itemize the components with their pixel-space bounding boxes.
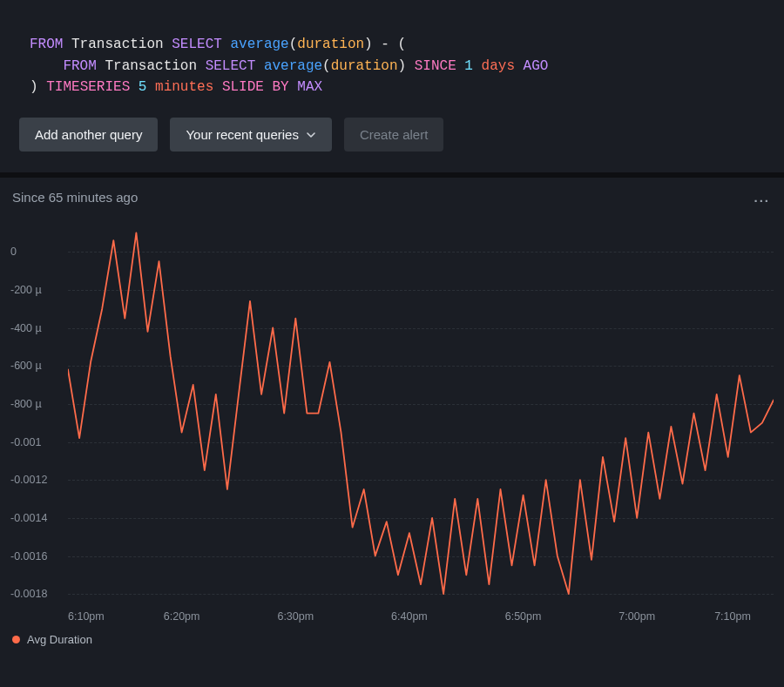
kw-from: FROM — [30, 37, 63, 52]
query-action-row: Add another query Your recent queries Cr… — [0, 107, 784, 172]
paren-open: ( — [289, 37, 298, 52]
kw-ago: AGO — [524, 58, 549, 74]
kw-num: 5 — [139, 79, 147, 95]
y-tick-label: -0.0018 — [10, 588, 47, 600]
legend-label: Avg Duration — [27, 633, 92, 646]
legend-swatch — [12, 636, 20, 643]
kw-arg: duration — [297, 37, 364, 52]
kw-from: FROM — [63, 58, 96, 74]
kw-select: SELECT — [206, 58, 256, 74]
kw-since: SINCE — [415, 58, 456, 74]
kw-func: average — [230, 37, 288, 52]
y-tick-label: -800 µ — [10, 398, 42, 410]
chart-x-axis: 6:10pm6:20pm6:30pm6:40pm6:50pm7:00pm7:10… — [10, 610, 774, 628]
x-tick-label: 6:20pm — [164, 610, 200, 623]
y-tick-label: -400 µ — [10, 322, 42, 334]
kw-unit: minutes — [155, 79, 213, 95]
create-alert-label: Create alert — [360, 127, 428, 142]
subquery-close: ) — [30, 79, 38, 95]
y-tick-label: -0.0014 — [10, 512, 47, 524]
x-tick-label: 6:50pm — [505, 610, 542, 623]
minus-op: - — [381, 37, 389, 52]
chart-header: Since 65 minutes ago ... — [10, 188, 774, 205]
kw-unit: days — [482, 58, 515, 74]
query-editor[interactable]: FROM Transaction SELECT average(duration… — [0, 0, 784, 107]
recent-queries-label: Your recent queries — [186, 127, 299, 142]
kw-arg: duration — [331, 58, 398, 74]
chevron-down-icon — [306, 130, 316, 140]
create-alert-button[interactable]: Create alert — [344, 118, 443, 152]
chart-panel: Since 65 minutes ago ... 0-200 µ-400 µ-6… — [0, 178, 784, 653]
kw-table: Transaction — [71, 37, 164, 52]
series-line — [68, 233, 774, 595]
chart-time-range-label: Since 65 minutes ago — [12, 190, 138, 205]
chart-y-axis: 0-200 µ-400 µ-600 µ-800 µ-0.001-0.0012-0… — [10, 229, 61, 603]
x-tick-label: 7:10pm — [714, 610, 751, 623]
kw-slideby: SLIDE BY — [222, 79, 289, 95]
y-tick-label: 0 — [10, 246, 17, 258]
chart-more-menu[interactable]: ... — [754, 190, 770, 205]
kw-max: MAX — [297, 79, 322, 95]
kw-num: 1 — [464, 58, 473, 74]
kw-table: Transaction — [105, 58, 197, 74]
x-tick-label: 6:30pm — [277, 610, 314, 623]
y-tick-label: -0.0012 — [10, 474, 47, 486]
y-tick-label: -600 µ — [10, 360, 42, 372]
kw-func: average — [264, 58, 322, 74]
paren-close: ) — [398, 58, 407, 74]
kw-select: SELECT — [172, 37, 222, 52]
paren-close: ) — [364, 37, 373, 52]
recent-queries-button[interactable]: Your recent queries — [170, 118, 332, 152]
x-tick-label: 6:10pm — [68, 610, 105, 623]
paren-open: ( — [322, 58, 331, 74]
x-tick-label: 6:40pm — [391, 610, 428, 623]
chart-legend: Avg Duration — [10, 633, 774, 646]
kw-timeseries: TIMESERIES — [46, 79, 130, 95]
y-tick-label: -200 µ — [10, 284, 42, 296]
y-tick-label: -0.001 — [10, 436, 41, 448]
x-tick-label: 7:00pm — [618, 610, 655, 623]
chart-plot-area[interactable]: 0-200 µ-400 µ-600 µ-800 µ-0.001-0.0012-0… — [10, 229, 774, 603]
add-another-query-button[interactable]: Add another query — [19, 118, 158, 152]
chart-line-series — [68, 229, 774, 603]
subquery-open: ( — [398, 37, 407, 52]
add-another-query-label: Add another query — [35, 127, 142, 142]
y-tick-label: -0.0016 — [10, 550, 47, 562]
